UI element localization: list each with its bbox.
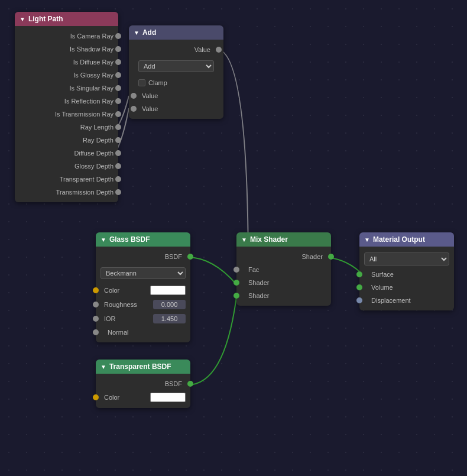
glass-roughness-input[interactable] (153, 300, 186, 309)
label-glossy-ray: Is Glossy Ray (73, 72, 113, 79)
mix-output-label: Shader (302, 253, 323, 260)
transparent-color-socket[interactable] (93, 394, 99, 400)
mix-shader-header: ▼ Mix Shader (236, 232, 331, 247)
label-shadow-ray: Is Shadow Ray (70, 46, 113, 53)
socket-row-diffuse-ray: Is Diffuse Ray (15, 56, 118, 69)
glass-bsdf-node: ▼ Glass BSDF BSDF Beckmann GGX Multiscat… (96, 232, 190, 342)
light-path-title: Light Path (28, 15, 63, 23)
add-collapse-icon[interactable]: ▼ (134, 30, 140, 36)
mix-shader-title: Mix Shader (250, 235, 288, 244)
label-glossy-depth: Glossy Depth (74, 163, 113, 170)
socket-row-transmission-depth: Transmission Depth (15, 186, 118, 199)
transparent-bsdf-node: ▼ Transparent BSDF BSDF Color (96, 360, 190, 408)
add-dropdown-row: Add Subtract Multiply (134, 56, 219, 76)
mix-shader-node: ▼ Mix Shader Shader Fac Shader Shader (236, 232, 331, 306)
add-input2-row: Value (134, 102, 219, 115)
glass-output-row: BSDF (96, 250, 190, 263)
clamp-checkbox[interactable] (138, 79, 145, 86)
transparent-bsdf-body: BSDF Color (96, 374, 190, 408)
add-output-row: Value (134, 43, 219, 56)
glass-bsdf-output-socket[interactable] (187, 254, 193, 260)
glass-ior-socket[interactable] (93, 316, 99, 322)
matout-collapse-icon[interactable]: ▼ (364, 237, 370, 243)
material-output-node: ▼ Material Output All Cycles EEVEE Surfa… (359, 232, 454, 310)
socket-row-glossy-ray: Is Glossy Ray (15, 69, 118, 82)
matout-volume-label: Volume (368, 284, 393, 291)
label-transmission-ray: Is Transmission Ray (55, 111, 113, 118)
transparent-collapse-icon[interactable]: ▼ (100, 364, 106, 370)
add-node-header: ▼ Add (129, 25, 223, 40)
socket-ray-depth-out[interactable] (115, 137, 121, 143)
transparent-color-label: Color (100, 394, 148, 401)
glass-ior-input[interactable] (153, 314, 186, 323)
glass-normal-socket[interactable] (93, 329, 99, 335)
matout-dropdown-row: All Cycles EEVEE (359, 250, 454, 268)
mix-shader1-row: Shader (236, 276, 331, 289)
collapse-icon[interactable]: ▼ (20, 16, 25, 22)
glass-bsdf-header: ▼ Glass BSDF (96, 232, 190, 247)
glass-bsdf-body: BSDF Beckmann GGX Multiscatter GGX Color… (96, 247, 190, 342)
matout-surface-socket[interactable] (356, 271, 362, 277)
glass-normal-row: Normal (96, 326, 190, 339)
socket-row-diffuse-depth: Diffuse Depth (15, 147, 118, 160)
socket-camera-ray-out[interactable] (115, 33, 121, 39)
clamp-row: Clamp (134, 78, 219, 88)
label-reflection-ray: Is Reflection Ray (64, 98, 113, 105)
glass-normal-label: Normal (104, 329, 128, 336)
socket-glossy-ray-out[interactable] (115, 72, 121, 78)
glass-distribution-dropdown[interactable]: Beckmann GGX Multiscatter GGX (100, 267, 186, 279)
mix-fac-socket[interactable] (234, 267, 239, 273)
socket-row-reflection-ray: Is Reflection Ray (15, 95, 118, 108)
mix-output-row: Shader (236, 250, 331, 263)
mix-shader2-label: Shader (245, 292, 269, 299)
glass-bsdf-title: Glass BSDF (109, 235, 150, 244)
add-node-title: Add (142, 28, 156, 37)
material-output-header: ▼ Material Output (359, 232, 454, 247)
socket-diffuse-depth-out[interactable] (115, 150, 121, 156)
glass-roughness-socket[interactable] (93, 302, 99, 307)
add-input2-label: Value (142, 105, 158, 112)
clamp-label: Clamp (148, 79, 167, 86)
socket-ray-length-out[interactable] (115, 124, 121, 130)
matout-displacement-socket[interactable] (356, 297, 362, 303)
add-input2-socket[interactable] (131, 106, 137, 112)
material-output-body: All Cycles EEVEE Surface Volume Displace… (359, 247, 454, 310)
label-camera-ray: Is Camera Ray (70, 33, 113, 40)
socket-transmission-ray-out[interactable] (115, 111, 121, 117)
socket-shadow-ray-out[interactable] (115, 46, 121, 52)
mix-output-socket[interactable] (328, 254, 334, 260)
add-output-socket[interactable] (216, 47, 222, 53)
mix-shader2-row: Shader (236, 289, 331, 302)
glass-color-socket[interactable] (93, 287, 99, 293)
socket-reflection-ray-out[interactable] (115, 98, 121, 104)
mix-shader1-socket[interactable] (234, 280, 239, 286)
transparent-color-swatch[interactable] (150, 393, 186, 402)
mix-collapse-icon[interactable]: ▼ (241, 237, 247, 243)
glass-collapse-icon[interactable]: ▼ (100, 237, 106, 243)
mix-fac-label: Fac (245, 266, 259, 273)
transparent-bsdf-output-socket[interactable] (187, 381, 193, 387)
socket-transmission-depth-out[interactable] (115, 189, 121, 195)
socket-transparent-depth-out[interactable] (115, 176, 121, 182)
add-input1-row: Value (134, 89, 219, 102)
matout-volume-socket[interactable] (356, 284, 362, 290)
socket-row-ray-length: Ray Length (15, 121, 118, 134)
transparent-output-label: BSDF (165, 380, 182, 387)
socket-row-singular-ray: Is Singular Ray (15, 82, 118, 95)
socket-glossy-depth-out[interactable] (115, 163, 121, 169)
mix-shader2-socket[interactable] (234, 293, 239, 299)
light-path-body: Is Camera Ray Is Shadow Ray Is Diffuse R… (15, 26, 118, 202)
add-operation-dropdown[interactable]: Add Subtract Multiply (138, 60, 214, 72)
matout-volume-row: Volume (359, 281, 454, 294)
matout-surface-row: Surface (359, 268, 454, 281)
socket-singular-ray-out[interactable] (115, 85, 121, 91)
glass-roughness-label: Roughness (100, 301, 151, 308)
add-input1-socket[interactable] (131, 93, 137, 99)
transparent-output-row: BSDF (96, 377, 190, 390)
socket-diffuse-ray-out[interactable] (115, 59, 121, 65)
socket-row-shadow-ray: Is Shadow Ray (15, 43, 118, 56)
add-input1-label: Value (142, 92, 158, 99)
matout-displacement-row: Displacement (359, 294, 454, 307)
glass-color-swatch[interactable] (150, 286, 186, 295)
material-output-dropdown[interactable]: All Cycles EEVEE (364, 252, 449, 265)
